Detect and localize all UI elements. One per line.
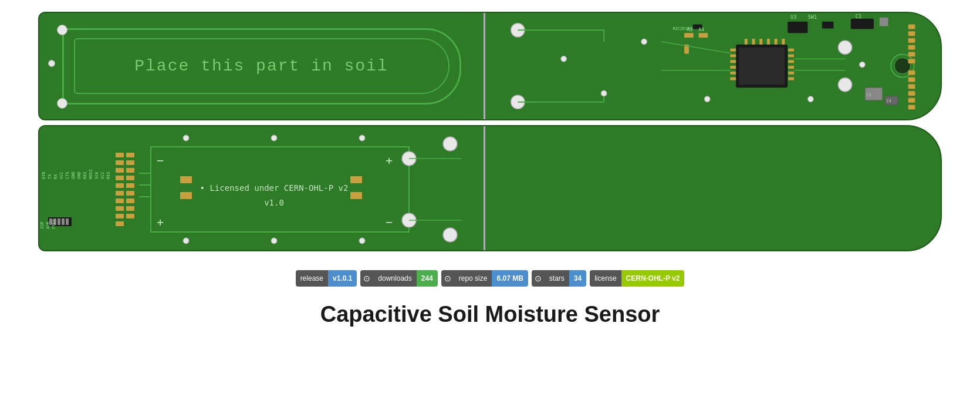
svg-rect-42 [880,18,888,26]
svg-rect-20 [739,48,785,85]
svg-point-122 [183,238,189,244]
pcb-top-board: Place this part in soil [38,12,942,120]
svg-rect-13 [908,70,915,75]
svg-text:DTR: DTR [42,171,46,179]
svg-rect-31 [788,72,794,75]
svg-text:R2C2D1R1: R2C2D1R1 [673,26,692,31]
svg-rect-40 [822,22,834,29]
repo-size-label: repo size [454,270,492,287]
svg-rect-98 [126,198,134,203]
svg-text:C4: C4 [886,99,891,103]
svg-text:MI5: MI5 [106,171,111,179]
svg-point-62 [859,62,865,68]
svg-text:VCC: VCC [59,171,64,179]
svg-text:v1.0: v1.0 [264,198,284,207]
github-icon-repo: ⊙ [441,270,454,287]
svg-text:SCK: SCK [94,171,99,179]
badges-area: release v1.0.1 ⊙ downloads 244 ⊙ repo si… [0,270,980,287]
repo-size-badge[interactable]: ⊙ repo size 6.07 MB [441,270,528,287]
pcb-top-right: U3 SW1 C1 R3 R4 R2C2D1R1 C3 [485,13,941,119]
svg-point-120 [271,135,277,141]
svg-rect-41 [851,19,874,29]
pcb-bottom-right [485,126,941,250]
svg-text:CTS: CTS [65,171,70,179]
license-badge[interactable]: license CERN-OHL-P v2 [590,270,684,287]
svg-point-60 [704,96,710,102]
page-container: Place this part in soil [0,0,980,345]
svg-text:RES: RES [83,171,87,179]
svg-rect-86 [126,153,134,157]
svg-text:ISP: ISP [40,221,45,229]
svg-text:AVR: AVR [46,221,50,229]
page-title-area: Capacitive Soil Moisture Sensor [0,297,980,333]
svg-rect-88 [126,160,134,165]
github-icon-downloads: ⊙ [360,270,373,287]
svg-rect-37 [775,39,778,45]
svg-rect-38 [782,39,785,45]
svg-rect-32 [788,78,794,80]
svg-point-3 [838,41,851,54]
svg-text:C1: C1 [856,14,862,19]
svg-point-124 [359,238,365,244]
svg-rect-36 [767,39,770,45]
svg-rect-23 [730,60,736,63]
probe-outline: Place this part in soil [62,28,461,105]
svg-rect-30 [788,66,794,69]
svg-point-121 [359,135,365,141]
svg-text:U3: U3 [790,14,797,20]
svg-point-58 [601,90,607,96]
stars-label: stars [545,270,569,287]
probe-inner: Place this part in soil [74,38,450,94]
downloads-badge[interactable]: ⊙ downloads 244 [360,270,437,287]
stars-badge[interactable]: ⊙ stars 34 [532,270,586,287]
svg-rect-25 [730,72,736,75]
repo-size-value: 6.07 MB [492,270,528,287]
svg-text:GND: GND [71,171,76,179]
downloads-label: downloads [373,270,416,287]
svg-rect-90 [126,168,134,173]
github-icon-stars: ⊙ [532,270,545,287]
svg-rect-113 [350,176,362,183]
svg-rect-44 [699,33,708,38]
svg-rect-97 [116,198,124,203]
svg-rect-33 [745,39,748,45]
svg-rect-114 [350,192,362,199]
svg-rect-100 [126,206,134,211]
svg-text:SW1: SW1 [807,14,817,20]
svg-text:FTDI: FTDI [52,219,56,229]
svg-text:−: − [386,215,393,229]
soil-text: Place this part in soil [134,57,388,75]
downloads-value: 244 [417,270,438,287]
svg-rect-95 [116,191,124,196]
svg-rect-89 [116,168,124,173]
svg-rect-101 [116,214,124,218]
svg-point-4 [838,78,851,92]
release-badge[interactable]: release v1.0.1 [296,270,357,287]
svg-rect-17 [908,98,915,103]
svg-rect-26 [730,78,736,80]
svg-rect-102 [126,214,134,218]
svg-rect-68 [62,218,65,225]
svg-rect-7 [908,25,915,29]
svg-point-61 [807,96,813,102]
release-label: release [296,270,328,287]
svg-rect-85 [116,153,124,157]
svg-text:+: + [157,215,164,229]
pcb-area: Place this part in soil [0,6,980,257]
svg-rect-67 [58,218,60,225]
svg-rect-94 [126,183,134,188]
svg-point-123 [271,238,277,244]
svg-rect-28 [788,54,794,57]
svg-rect-69 [66,218,69,225]
svg-rect-8 [908,31,915,36]
svg-rect-92 [126,176,134,180]
svg-rect-39 [788,22,807,33]
license-label: license [590,270,621,287]
svg-rect-103 [116,221,124,226]
svg-rect-18 [908,105,915,110]
svg-rect-11 [908,52,915,57]
svg-rect-87 [116,160,124,165]
circuit-svg: U3 SW1 C1 R3 R4 R2C2D1R1 C3 [485,13,941,119]
svg-rect-9 [908,38,915,43]
svg-text:C3: C3 [866,93,871,97]
